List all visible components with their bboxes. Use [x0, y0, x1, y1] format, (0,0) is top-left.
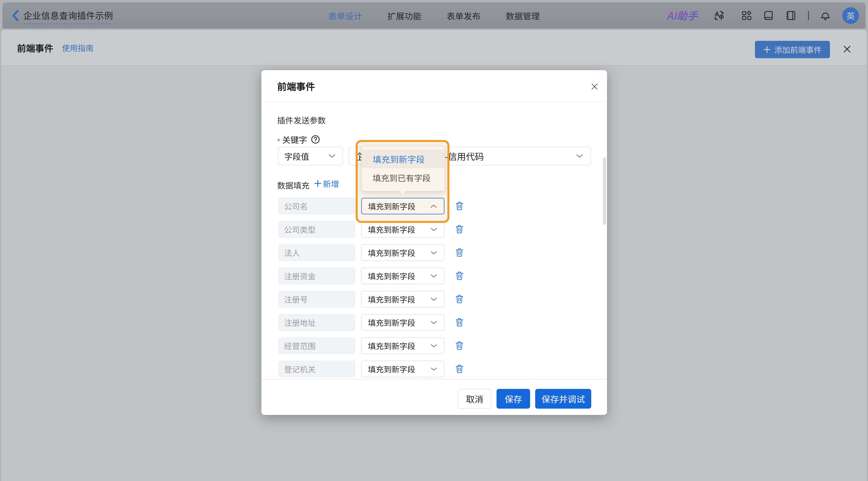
fill-action-select[interactable]: 填充到新字段 — [361, 314, 444, 331]
save-and-debug-button[interactable]: 保存并调试 — [535, 389, 591, 409]
avatar-text: 英 — [846, 9, 855, 22]
field-fill-row: 登记机关 填充到新字段 — [261, 361, 607, 377]
page-header: 前端事件 使用指南 添加前端事件 — [1, 30, 867, 66]
trash-icon[interactable] — [456, 295, 463, 304]
fill-action-value: 填充到新字段 — [368, 200, 415, 212]
keyword-label-row: * 关键字 — [277, 133, 320, 146]
guide-link[interactable]: 使用指南 — [62, 42, 94, 54]
field-fill-row: 经营范围 填充到新字段 — [261, 338, 607, 354]
chevron-down-icon — [431, 228, 437, 231]
chevron-down-icon — [431, 274, 437, 278]
field-name-input[interactable]: 法人 — [279, 244, 355, 261]
trash-icon[interactable] — [456, 341, 463, 350]
fill-action-value: 填充到新字段 — [368, 224, 415, 235]
fill-action-select[interactable]: 填充到新字段 — [361, 221, 444, 238]
field-fill-row: 注册号 填充到新字段 — [261, 291, 607, 308]
modal-footer: 取消 保存 保存并调试 — [458, 389, 591, 409]
add-row-label: 新增 — [323, 178, 339, 189]
ai-assistant-logo[interactable]: AI助手 — [667, 7, 698, 22]
fill-action-select[interactable]: 填充到新字段 — [361, 268, 444, 284]
trash-icon[interactable] — [456, 271, 463, 281]
chevron-down-icon — [431, 297, 437, 301]
plus-icon — [314, 180, 321, 187]
fill-action-value: 填充到新字段 — [368, 363, 415, 375]
data-fill-label: 数据填充 — [277, 179, 310, 191]
add-frontend-event-button[interactable]: 添加前端事件 — [755, 41, 830, 58]
field-name-text: 法人 — [284, 247, 300, 258]
page-close-icon[interactable] — [843, 45, 851, 53]
fill-action-value: 填充到新字段 — [368, 247, 415, 258]
nav-tab-extensions[interactable]: 扩展功能 — [388, 9, 422, 22]
page-title: 前端事件 — [17, 41, 53, 54]
field-name-input[interactable]: 公司名 — [279, 198, 355, 214]
fill-action-value: 填充到新字段 — [368, 340, 415, 351]
notebook-icon[interactable] — [786, 10, 796, 21]
field-name-text: 注册地址 — [284, 317, 316, 328]
help-icon[interactable] — [311, 135, 320, 144]
fill-action-select[interactable]: 填充到新字段 — [361, 198, 444, 214]
fill-action-select[interactable]: 填充到新字段 — [361, 361, 444, 377]
plugin-params-label: 插件发送参数 — [277, 114, 326, 126]
field-name-input[interactable]: 注册地址 — [279, 314, 355, 331]
field-name-text: 注册号 — [284, 293, 308, 305]
trash-icon[interactable] — [456, 364, 463, 374]
field-name-input[interactable]: 注册号 — [279, 291, 355, 308]
fill-action-dropdown-menu: 填充到新字段 填充到已有字段 — [362, 146, 445, 191]
chevron-down-icon — [576, 154, 583, 158]
required-mark: * — [277, 135, 280, 146]
fill-action-select[interactable]: 填充到新字段 — [361, 291, 444, 308]
bell-icon[interactable] — [820, 10, 830, 21]
field-name-input[interactable]: 公司类型 — [279, 221, 355, 238]
field-name-input[interactable]: 注册资金 — [279, 268, 355, 284]
top-header: 企业信息查询插件示例 表单设计 扩展功能 表单发布 数据管理 AI助手 — [2, 2, 866, 29]
chevron-down-icon — [431, 344, 437, 348]
nav-tab-data-manage[interactable]: 数据管理 — [506, 9, 540, 22]
field-name-input[interactable]: 经营范围 — [279, 338, 355, 354]
keyword-type-select[interactable]: 字段值 — [278, 147, 343, 165]
chevron-down-icon — [431, 367, 437, 371]
field-name-text: 经营范围 — [284, 340, 316, 351]
field-name-text: 登记机关 — [284, 363, 316, 375]
trash-icon[interactable] — [456, 225, 463, 234]
fill-action-value: 填充到新字段 — [368, 270, 415, 282]
trash-icon[interactable] — [456, 201, 463, 211]
field-fill-row: 注册地址 填充到新字段 — [261, 314, 607, 331]
dropdown-option-selected[interactable]: 填充到新字段 — [362, 150, 444, 168]
chevron-up-icon — [430, 204, 437, 208]
header-right: AI助手 — [649, 2, 866, 29]
modal-body: 插件发送参数 * 关键字 字段值 企业信息查询插件示例-信用代码 数据填充 — [261, 70, 607, 415]
add-row-link[interactable]: 新增 — [314, 178, 339, 189]
field-name-text: 注册资金 — [284, 270, 316, 282]
fill-action-select[interactable]: 填充到新字段 — [361, 338, 444, 354]
chevron-down-icon — [431, 251, 437, 255]
footer-separator — [261, 379, 607, 379]
add-frontend-event-label: 添加前端事件 — [774, 44, 822, 55]
fill-action-value: 填充到新字段 — [368, 293, 415, 305]
fill-action-select[interactable]: 填充到新字段 — [361, 244, 444, 261]
frontend-event-modal: 前端事件 插件发送参数 * 关键字 字段值 企业信息查询插件示例-信用代码 — [261, 70, 607, 415]
field-fill-row: 法人 填充到新字段 — [261, 244, 607, 261]
apps-grid-icon[interactable] — [742, 10, 752, 21]
chevron-down-icon — [329, 154, 335, 158]
trash-icon[interactable] — [456, 318, 463, 327]
field-name-text: 公司类型 — [284, 224, 316, 235]
field-fill-row: 公司名 填充到新字段 — [261, 198, 607, 214]
book-icon[interactable] — [764, 10, 774, 21]
save-button[interactable]: 保存 — [497, 389, 530, 409]
nav-tab-form-publish[interactable]: 表单发布 — [446, 9, 480, 22]
keyword-type-value: 字段值 — [284, 150, 309, 162]
nav-tab-form-design[interactable]: 表单设计 — [328, 9, 362, 22]
fill-action-value: 填充到新字段 — [368, 317, 415, 328]
field-name-input[interactable]: 登记机关 — [279, 361, 355, 377]
translate-icon[interactable] — [715, 10, 724, 21]
dropdown-option[interactable]: 填充到已有字段 — [362, 168, 444, 187]
avatar[interactable]: 英 — [842, 7, 859, 24]
cancel-button[interactable]: 取消 — [458, 389, 491, 409]
field-fill-row: 注册资金 填充到新字段 — [261, 268, 607, 284]
keyword-label: 关键字 — [282, 133, 307, 146]
field-fill-row: 公司类型 填充到新字段 — [261, 221, 607, 238]
modal-scrollbar-thumb[interactable] — [603, 157, 606, 225]
plus-icon — [763, 46, 771, 53]
app-root: 企业信息查询插件示例 表单设计 扩展功能 表单发布 数据管理 AI助手 — [0, 0, 868, 481]
trash-icon[interactable] — [456, 248, 463, 257]
